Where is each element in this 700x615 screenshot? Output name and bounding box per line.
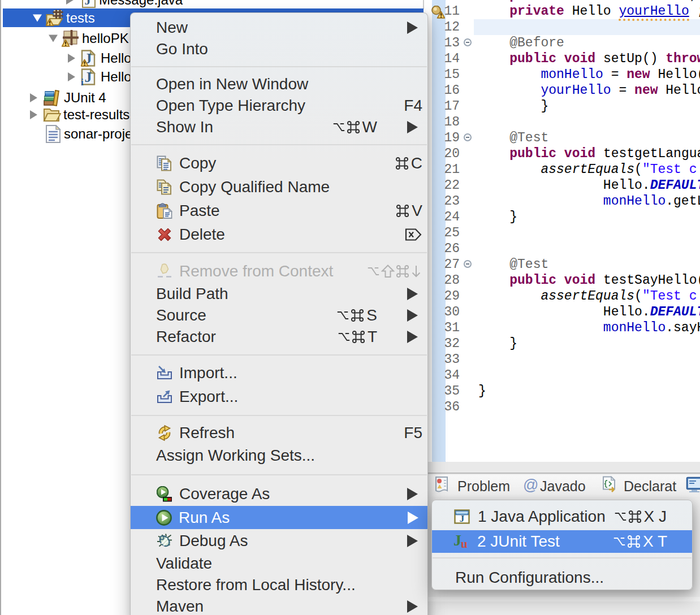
svg-text:u: u	[461, 537, 468, 550]
svg-text:J: J	[460, 513, 465, 524]
svg-text:J: J	[85, 69, 92, 85]
svg-text:i: i	[81, 77, 84, 85]
svg-text:J: J	[85, 0, 91, 7]
svg-text:J: J	[453, 533, 461, 549]
